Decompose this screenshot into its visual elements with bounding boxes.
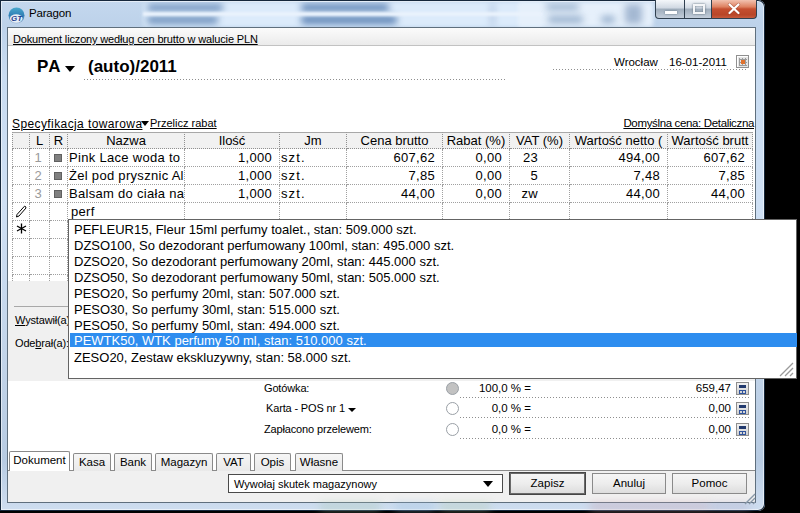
svg-text:GT: GT (11, 14, 23, 23)
